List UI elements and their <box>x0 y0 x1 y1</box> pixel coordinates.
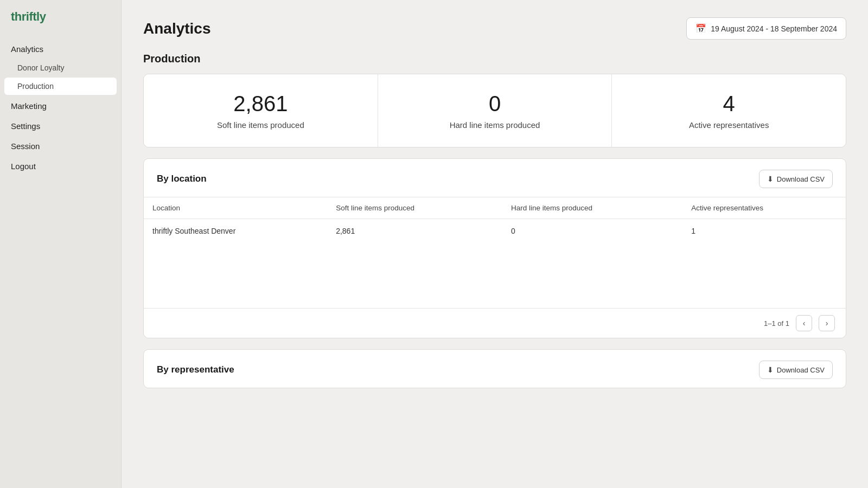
by-representative-title: By representative <box>157 364 234 375</box>
stat-label-soft: Soft line items produced <box>217 120 304 130</box>
date-range-button[interactable]: 📅 19 August 2024 - 18 September 2024 <box>686 17 846 40</box>
by-representative-header: By representative ⬇ Download CSV <box>144 350 846 388</box>
app-name: thriftly <box>11 10 46 24</box>
sidebar-item-marketing[interactable]: Marketing <box>0 96 121 116</box>
download-csv-location-label: Download CSV <box>777 175 825 183</box>
table-pagination: 1–1 of 1 ‹ › <box>144 308 846 338</box>
sidebar-item-analytics[interactable]: Analytics <box>0 39 121 59</box>
stat-soft-line-items: 2,861 Soft line items produced <box>144 74 378 147</box>
date-range-label: 19 August 2024 - 18 September 2024 <box>711 24 837 33</box>
stat-value-reps: 4 <box>723 92 735 116</box>
stat-label-hard: Hard line items produced <box>450 120 540 130</box>
stat-active-reps: 4 Active representatives <box>612 74 846 147</box>
stats-card: 2,861 Soft line items produced 0 Hard li… <box>143 74 846 147</box>
main-header: Analytics 📅 19 August 2024 - 18 Septembe… <box>143 17 846 40</box>
calendar-icon: 📅 <box>695 23 706 34</box>
table-empty-area <box>144 243 846 308</box>
col-header-reps: Active representatives <box>682 197 846 219</box>
sidebar-item-donor-loyalty[interactable]: Donor Loyalty <box>0 59 121 76</box>
download-csv-location-button[interactable]: ⬇ Download CSV <box>759 170 833 188</box>
by-representative-card: By representative ⬇ Download CSV <box>143 349 846 388</box>
sidebar-item-session[interactable]: Session <box>0 136 121 156</box>
col-header-location: Location <box>144 197 327 219</box>
stat-hard-line-items: 0 Hard line items produced <box>378 74 612 147</box>
by-location-title: By location <box>157 174 207 184</box>
cell-location: thriftly Southeast Denver <box>144 219 327 243</box>
sidebar-nav: Analytics Donor Loyalty Production Marke… <box>0 35 121 181</box>
download-icon-location: ⬇ <box>767 175 774 183</box>
cell-soft: 2,861 <box>327 219 502 243</box>
pagination-prev-button[interactable]: ‹ <box>796 315 812 331</box>
cell-reps: 1 <box>682 219 846 243</box>
sidebar-item-production[interactable]: Production <box>4 78 117 95</box>
pagination-info: 1–1 of 1 <box>764 319 789 328</box>
sidebar-item-logout[interactable]: Logout <box>0 156 121 176</box>
col-header-hard: Hard line items produced <box>502 197 682 219</box>
download-csv-rep-label: Download CSV <box>777 366 825 374</box>
chevron-right-icon: › <box>826 319 828 328</box>
by-location-card: By location ⬇ Download CSV Location Soft… <box>143 158 846 338</box>
download-icon-rep: ⬇ <box>767 365 774 374</box>
logo[interactable]: thriftly <box>0 0 121 35</box>
pagination-next-button[interactable]: › <box>819 315 835 331</box>
main-content: Analytics 📅 19 August 2024 - 18 Septembe… <box>122 0 868 488</box>
stat-value-soft: 2,861 <box>233 92 288 116</box>
chevron-left-icon: ‹ <box>803 319 806 328</box>
location-table: Location Soft line items produced Hard l… <box>144 197 846 243</box>
sidebar-item-settings[interactable]: Settings <box>0 116 121 136</box>
col-header-soft: Soft line items produced <box>327 197 502 219</box>
stat-value-hard: 0 <box>489 92 501 116</box>
by-location-header: By location ⬇ Download CSV <box>144 159 846 197</box>
cell-hard: 0 <box>502 219 682 243</box>
production-section-title: Production <box>143 53 846 65</box>
table-row: thriftly Southeast Denver 2,861 0 1 <box>144 219 846 243</box>
page-title: Analytics <box>143 20 211 37</box>
download-csv-rep-button[interactable]: ⬇ Download CSV <box>759 361 833 379</box>
sidebar: thriftly Analytics Donor Loyalty Product… <box>0 0 122 488</box>
stat-label-reps: Active representatives <box>689 120 769 130</box>
